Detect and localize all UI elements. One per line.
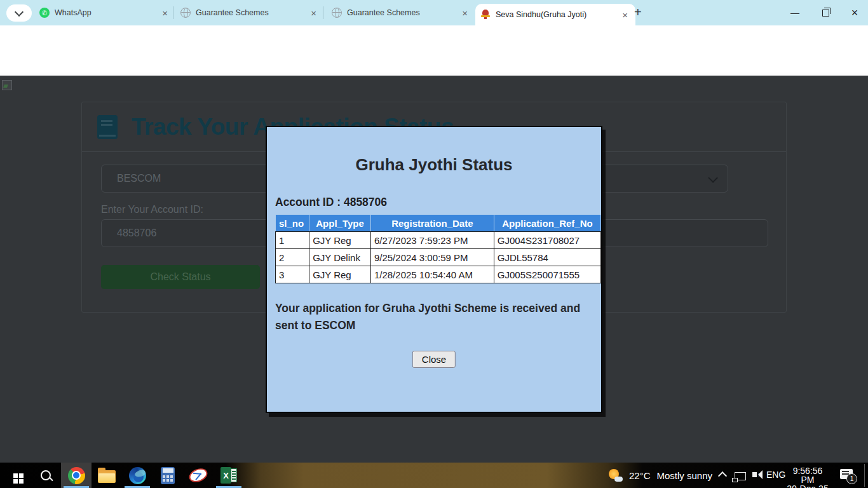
globe-icon — [180, 8, 191, 18]
weather-icon — [609, 469, 623, 482]
restore-icon — [822, 10, 829, 17]
tray-expand-button[interactable] — [719, 470, 726, 479]
gruha-jyothi-status-modal: Gruha Jyothi Status Account ID : 4858706… — [266, 126, 602, 413]
tab-close-icon[interactable]: × — [159, 8, 170, 18]
provider-select-value: BESCOM — [117, 173, 161, 184]
tab-title: Seva Sindhu(Gruha Jyoti) — [496, 10, 587, 19]
snipping-tool-icon — [187, 466, 209, 485]
show-desktop-button[interactable] — [864, 464, 865, 487]
cell-application-ref-no: GJ005S250071555 — [494, 266, 600, 283]
book-icon — [97, 115, 118, 139]
clock-date: 30-Dec-25 — [785, 484, 830, 488]
weather-desc: Mostly sunny — [657, 470, 713, 481]
clock-time: 9:56:56 PM — [785, 466, 830, 484]
col-appl-type: Appl_Type — [309, 215, 371, 232]
globe-icon — [332, 8, 342, 18]
taskbar-clock[interactable]: 9:56:56 PM 30-Dec-25 — [785, 466, 830, 488]
volume-tray-icon[interactable]: × — [752, 472, 762, 478]
chevron-up-icon — [718, 471, 727, 480]
tab-close-icon[interactable]: × — [620, 10, 630, 20]
broken-image-icon — [2, 80, 12, 90]
cell-registration-date: 1/28/2025 10:54:40 AM — [370, 266, 494, 283]
karnataka-emblem-icon — [480, 10, 491, 20]
taskbar-search-button[interactable] — [31, 463, 61, 488]
window-restore-button[interactable] — [816, 3, 835, 22]
whatsapp-icon: ✆ — [39, 8, 50, 18]
cell-appl-type: GJY Reg — [309, 266, 371, 283]
cell-appl-type: GJY Reg — [309, 232, 371, 249]
edge-icon — [129, 467, 146, 484]
weather-temp: 22°C — [629, 470, 651, 481]
modal-title: Gruha Jyothi Status — [267, 155, 601, 175]
network-icon — [735, 472, 746, 480]
taskbar-calculator-button[interactable] — [153, 463, 183, 488]
bookmarks-bar: Apps hp http://10.1.9.5:8080... https://… — [0, 53, 868, 73]
cell-sl-no: 2 — [276, 249, 309, 266]
notification-badge: 1 — [846, 473, 857, 484]
table-row: 3 GJY Reg 1/28/2025 10:54:40 AM GJ005S25… — [276, 266, 601, 283]
account-id-label: Enter Your Account ID: — [101, 204, 203, 215]
tab-guarantee-schemes-1[interactable]: Guarantee Schemes × — [180, 0, 319, 25]
close-button[interactable]: Close — [412, 351, 456, 368]
table-row: 1 GJY Reg 6/27/2023 7:59:23 PM GJ004S231… — [276, 232, 601, 249]
cell-registration-date: 6/27/2023 7:59:23 PM — [370, 232, 494, 249]
taskbar-file-explorer-button[interactable] — [92, 463, 122, 488]
calculator-icon — [161, 467, 175, 484]
cell-sl-no: 3 — [276, 266, 309, 283]
window-close-button[interactable]: × — [845, 3, 864, 22]
col-registration-date: Registration_Date — [370, 215, 494, 232]
window-minimize-button[interactable]: — — [785, 3, 804, 22]
folder-icon — [98, 470, 116, 483]
cell-application-ref-no: GJDL55784 — [494, 249, 600, 266]
tab-close-icon[interactable]: × — [459, 8, 470, 18]
tab-close-icon[interactable]: × — [308, 8, 319, 18]
language-indicator[interactable]: ENG — [766, 470, 785, 480]
chrome-icon — [68, 467, 85, 484]
tab-strip: ✆ WhatsApp × Guarantee Schemes × Guarant… — [0, 0, 868, 25]
taskbar: X 22°C Mostly sunny × ENG 9:56:56 PM 30-… — [0, 463, 868, 488]
tab-search-button[interactable] — [6, 4, 32, 22]
status-message: Your application for Gruha Jyothi Scheme… — [275, 300, 592, 334]
tab-whatsapp[interactable]: ✆ WhatsApp × — [39, 0, 170, 25]
table-header-row: sl_no Appl_Type Registration_Date Applic… — [276, 215, 601, 232]
chevron-down-icon — [708, 173, 718, 183]
tab-seva-sindhu-active[interactable]: Seva Sindhu(Gruha Jyoti) × — [475, 4, 635, 25]
modal-account-id: Account ID : 4858706 — [275, 196, 387, 209]
cell-application-ref-no: GJ004S231708027 — [494, 232, 600, 249]
taskbar-weather-widget[interactable]: 22°C Mostly sunny — [609, 469, 712, 482]
windows-logo-icon — [13, 473, 18, 478]
new-tab-button[interactable]: + — [634, 6, 642, 18]
account-id-value: 4858706 — [117, 227, 156, 239]
tab-separator — [173, 6, 173, 19]
excel-icon: X — [220, 467, 237, 484]
speaker-icon — [752, 472, 757, 477]
col-application-ref-no: Application_Ref_No — [494, 215, 600, 232]
tab-title: Guarantee Schemes — [196, 8, 269, 17]
search-icon — [41, 470, 51, 480]
screen: ✆ WhatsApp × Guarantee Schemes × Guarant… — [0, 0, 868, 488]
taskbar-edge-button[interactable] — [122, 463, 153, 488]
check-status-button[interactable]: Check Status — [101, 265, 260, 289]
table-row: 2 GJY Delink 9/25/2024 3:00:59 PM GJDL55… — [276, 249, 601, 266]
notification-center-button[interactable]: 1 — [840, 469, 853, 479]
col-sl-no: sl_no — [276, 215, 309, 232]
tab-title: WhatsApp — [55, 8, 92, 17]
browser-toolbar: ← → ↻ ⌂ sevasindhu.karnataka.gov.in/Stat… — [0, 25, 868, 53]
taskbar-excel-button[interactable]: X — [214, 463, 244, 488]
cell-sl-no: 1 — [276, 232, 309, 249]
network-tray-icon[interactable] — [735, 471, 746, 480]
tab-guarantee-schemes-2[interactable]: Guarantee Schemes × — [332, 0, 470, 25]
cell-registration-date: 9/25/2024 3:00:59 PM — [370, 249, 494, 266]
status-table: sl_no Appl_Type Registration_Date Applic… — [275, 214, 601, 283]
chevron-down-icon — [15, 8, 24, 17]
tab-separator — [323, 6, 323, 19]
taskbar-snipping-tool-button[interactable] — [183, 463, 214, 488]
tab-title: Guarantee Schemes — [347, 8, 420, 17]
cell-appl-type: GJY Delink — [309, 249, 371, 266]
start-button[interactable] — [0, 463, 31, 488]
taskbar-chrome-button[interactable] — [61, 463, 92, 488]
